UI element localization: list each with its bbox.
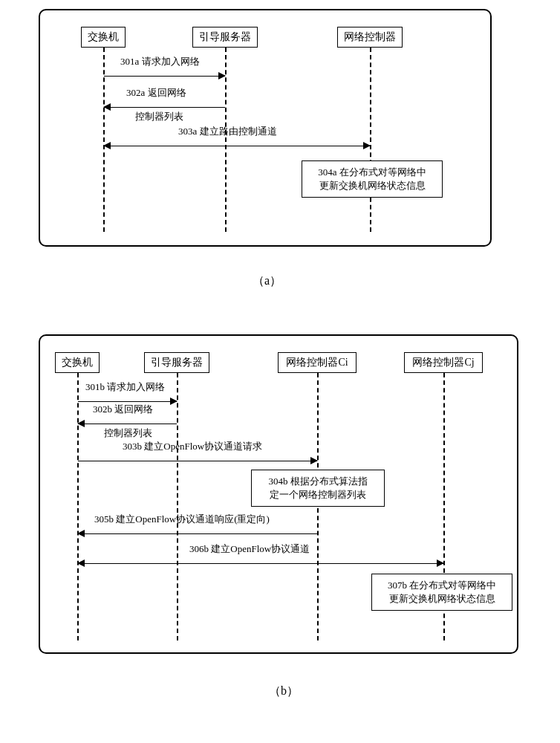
msg-301a-label: 301a 请求加入网络 xyxy=(120,55,200,68)
lifeline-switch-b xyxy=(77,373,79,640)
note-304b-line2: 定一个网络控制器列表 xyxy=(258,488,378,502)
msg-303b-label: 303b 建立OpenFlow协议通道请求 xyxy=(123,440,262,453)
msg-303a-label: 303a 建立路由控制通道 xyxy=(178,125,277,138)
msg-305b-label: 305b 建立OpenFlow协议通道响应(重定向) xyxy=(94,513,270,526)
panel-a: 交换机 引导服务器 网络控制器 301a 请求加入网络 302a 返回网络 控制… xyxy=(39,9,492,247)
note-304b-line1: 304b 根据分布式算法指 xyxy=(258,475,378,488)
actor-controller-ci: 网络控制器Ci xyxy=(278,352,356,373)
actor-boot-server-b: 引导服务器 xyxy=(144,352,209,373)
msg-302b-label1: 302b 返回网络 xyxy=(93,403,153,416)
note-307b-line1: 307b 在分布式对等网络中 xyxy=(378,579,506,592)
msg-303a: 303a 建立路由控制通道 xyxy=(104,138,370,153)
lifeline-controller-a xyxy=(370,48,371,232)
note-304b: 304b 根据分布式算法指 定一个网络控制器列表 xyxy=(251,470,385,507)
msg-306b-label: 306b 建立OpenFlow协议通道 xyxy=(189,542,310,556)
label-b: （b） xyxy=(269,684,299,699)
actor-controller-a: 网络控制器 xyxy=(337,27,403,48)
lifeline-boot-server-b xyxy=(177,373,178,640)
msg-305b: 305b 建立OpenFlow协议通道响应(重定向) xyxy=(78,526,317,541)
label-a: （a） xyxy=(253,273,281,289)
msg-302b: 302b 返回网络 控制器列表 xyxy=(78,416,177,431)
actor-switch-b: 交换机 xyxy=(55,352,100,373)
panel-b: 交换机 引导服务器 网络控制器Ci 网络控制器Cj 301b 请求加入网络 30… xyxy=(39,334,518,654)
note-304a-line1: 304a 在分布式对等网络中 xyxy=(308,166,436,179)
msg-302b-label2: 控制器列表 xyxy=(104,426,152,440)
msg-306b: 306b 建立OpenFlow协议通道 xyxy=(78,556,443,571)
actor-boot-server-a: 引导服务器 xyxy=(192,27,258,48)
note-307b: 307b 在分布式对等网络中 更新交换机网络状态信息 xyxy=(371,574,512,611)
msg-301b-label: 301b 请求加入网络 xyxy=(85,380,165,394)
note-307b-line2: 更新交换机网络状态信息 xyxy=(378,592,506,606)
note-304a: 304a 在分布式对等网络中 更新交换机网络状态信息 xyxy=(302,160,443,198)
note-304a-line2: 更新交换机网络状态信息 xyxy=(308,179,436,192)
msg-303b: 303b 建立OpenFlow协议通道请求 xyxy=(78,453,317,468)
msg-302a: 302a 返回网络 控制器列表 xyxy=(104,100,225,114)
msg-302a-label1: 302a 返回网络 xyxy=(126,86,186,100)
actor-controller-cj: 网络控制器Cj xyxy=(404,352,483,373)
msg-301a: 301a 请求加入网络 xyxy=(104,68,225,83)
msg-302a-label2: 控制器列表 xyxy=(135,110,183,123)
actor-switch-a: 交换机 xyxy=(81,27,126,48)
